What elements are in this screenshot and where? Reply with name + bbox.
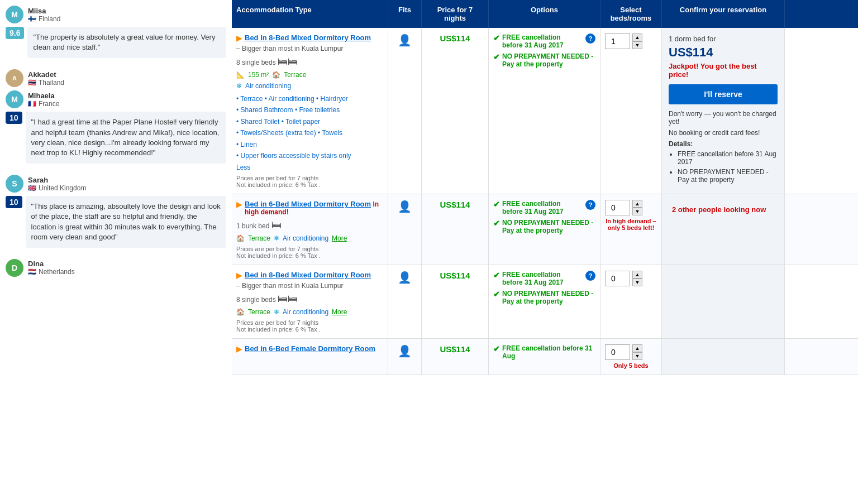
room-suffix-1: – Bigger than most in Kuala Lumpur <box>236 45 383 52</box>
ac-icon-1: ❄ <box>236 82 242 90</box>
bed-info-1: 8 single beds 🛏🛏 <box>236 56 383 68</box>
other-looking-2: 2 other people looking now <box>668 200 779 219</box>
options-cell-3: ✔ FREE cancellation before 31 Aug 2017 ?… <box>489 265 600 338</box>
terrace-label-2: Terrace <box>248 234 270 242</box>
room-title-2[interactable]: Bed in 6-Bed Mixed Dormitory Room <box>245 200 371 208</box>
bed-info-2: 1 bunk bed 🛏 <box>236 219 383 231</box>
room-title-4[interactable]: Bed in 6-Bed Female Dormitory Room <box>245 344 375 353</box>
spinner-2: ▲ ▼ <box>605 200 657 215</box>
check-icon-3b: ✔ <box>493 290 500 299</box>
terrace-icon-1: 🏠 <box>272 71 280 79</box>
reserve-button-1[interactable]: I'll reserve <box>669 84 778 104</box>
room-suffix-3: – Bigger than most in Kuala Lumpur <box>236 282 383 290</box>
avatar-dina: D <box>6 259 23 277</box>
info-icon-1a[interactable]: ? <box>585 33 595 44</box>
person-icon-3: 👤 <box>398 271 412 284</box>
price-note-1: Prices are per bed for 7 nightsNot inclu… <box>236 175 383 188</box>
spinner-up-1[interactable]: ▲ <box>632 33 642 41</box>
price-cell-2: US$114 <box>422 194 489 265</box>
room-title-link-3[interactable]: ▶ Bed in 8-Bed Mixed Dormitory Room <box>236 271 383 280</box>
table-row-4: ▶ Bed in 6-Bed Female Dormitory Room 👤 U… <box>232 339 858 375</box>
room-title-3[interactable]: Bed in 8-Bed Mixed Dormitory Room <box>245 271 371 279</box>
orange-arrow-2: ▶ <box>236 200 242 209</box>
table-header: Accommodation Type Fits Price for 7 nigh… <box>232 0 858 28</box>
more-link-3[interactable]: More <box>332 308 347 316</box>
price-value-4: US$114 <box>440 344 470 354</box>
quantity-input-3[interactable] <box>605 271 630 286</box>
room-title-1[interactable]: Bed in 8-Bed Mixed Dormitory Room <box>245 33 371 42</box>
reviewer-name-3: Mihaela <box>28 92 59 100</box>
table-row-1: ▶ Bed in 8-Bed Mixed Dormitory Room – Bi… <box>232 28 858 194</box>
more-link-2[interactable]: More <box>332 234 347 242</box>
reviewer-header-4: S Sarah 🇬🇧 United Kingdom <box>6 175 226 193</box>
details-list-1: FREE cancellation before 31 Aug 2017 NO … <box>669 150 778 184</box>
confirm-cell-3 <box>662 265 785 338</box>
info-icon-2a[interactable]: ? <box>585 200 595 210</box>
amenity-icons-1: 📐 155 m² 🏠 Terrace <box>236 71 383 79</box>
option-no-prepay-1: ✔ NO PREPAYMENT NEEDED - Pay at the prop… <box>493 52 595 68</box>
option-text-1a: FREE cancellation before 31 Aug 2017 <box>502 33 581 49</box>
header-confirm: Confirm your reservation <box>662 0 785 28</box>
info-icon-3a[interactable]: ? <box>585 271 595 281</box>
review-card-4: 10 "This place is amazing, absoultely lo… <box>6 196 226 253</box>
spinner-down-1[interactable]: ▼ <box>632 41 642 49</box>
detail-item-1a: FREE cancellation before 31 Aug 2017 <box>678 150 778 166</box>
room-type-cell-1: ▶ Bed in 8-Bed Mixed Dormitory Room – Bi… <box>232 28 388 194</box>
option-no-prepay-2: ✔ NO PREPAYMENT NEEDED - Pay at the prop… <box>493 219 595 234</box>
option-text-3b: NO PREPAYMENT NEEDED - Pay at the proper… <box>502 290 595 305</box>
demand-note-4: Only 5 beds <box>605 362 657 369</box>
option-text-2b: NO PREPAYMENT NEEDED - Pay at the proper… <box>502 219 595 234</box>
quantity-input-2[interactable] <box>605 200 630 215</box>
spinner-up-4[interactable]: ▲ <box>632 344 642 352</box>
select-cell-3: ▲ ▼ <box>600 265 662 338</box>
ac-label-2: Air conditioning <box>283 234 328 242</box>
no-fees-msg-1: No booking or credit card fees! <box>669 129 778 137</box>
option-text-1b: NO PREPAYMENT NEEDED - Pay at the proper… <box>502 52 595 68</box>
less-link-1[interactable]: Less <box>236 164 250 171</box>
person-icon-2: 👤 <box>398 200 412 213</box>
options-cell-2: ✔ FREE cancellation before 31 Aug 2017 ?… <box>489 194 600 265</box>
person-icon-1: 👤 <box>398 34 412 46</box>
fits-cell-2: 👤 <box>388 194 422 265</box>
spinner-up-2[interactable]: ▲ <box>632 200 642 208</box>
spinner-down-2[interactable]: ▼ <box>632 208 642 215</box>
details-section-1: Details: FREE cancellation before 31 Aug… <box>669 140 778 184</box>
header-options: Options <box>489 0 600 28</box>
fits-cell-3: 👤 <box>388 265 422 338</box>
score-badge-1: 9.6 <box>6 27 24 39</box>
score-badge-4: 10 <box>6 196 22 208</box>
option-text-2a: FREE cancellation before 31 Aug 2017 <box>502 200 581 215</box>
ac-label-1: Air conditioning <box>245 82 291 90</box>
flag-icon-3: 🇫🇷 <box>28 100 36 108</box>
terrace-label-1: Terrace <box>284 71 306 79</box>
confirm-price-1: US$114 <box>669 45 778 60</box>
spinner-down-4[interactable]: ▼ <box>632 352 642 360</box>
reviewer-country-2: 🇹🇭 Thailand <box>28 79 64 87</box>
room-title-link-2[interactable]: ▶ Bed in 6-Bed Mixed Dormitory Room In h… <box>236 200 383 216</box>
reviewer-country-1: 🇫🇮 Finland <box>28 15 60 23</box>
reviewer-country-5: 🇳🇱 Netherlands <box>28 268 75 276</box>
quantity-input-4[interactable] <box>605 344 630 360</box>
option-free-cancel-1: ✔ FREE cancellation before 31 Aug 2017 ? <box>493 33 595 49</box>
check-icon-2a: ✔ <box>493 200 500 209</box>
quantity-input-1[interactable] <box>605 33 630 49</box>
orange-arrow-3: ▶ <box>236 271 242 280</box>
ac-icon-row-1: ❄ Air conditioning <box>236 82 383 90</box>
avatar-akkadet: A <box>6 69 23 87</box>
fits-cell-4: 👤 <box>388 339 422 375</box>
review-card-1: 9.6 "The property is absolutely a great … <box>6 27 226 64</box>
avatar-mihaela: M <box>6 90 23 108</box>
room-title-link-1[interactable]: ▶ Bed in 8-Bed Mixed Dormitory Room <box>236 33 383 42</box>
spinner-down-3[interactable]: ▼ <box>632 279 642 286</box>
confirm-cell-2: 2 other people looking now <box>662 194 785 265</box>
room-type-cell-3: ▶ Bed in 8-Bed Mixed Dormitory Room – Bi… <box>232 265 388 338</box>
flag-icon-4: 🇬🇧 <box>28 184 36 192</box>
best-price-msg-1: Jackpot! You got the best price! <box>669 62 778 79</box>
room-title-link-4[interactable]: ▶ Bed in 6-Bed Female Dormitory Room <box>236 344 383 353</box>
ac-label-3: Air conditioning <box>283 308 328 316</box>
price-value-1: US$114 <box>440 33 470 43</box>
flag-icon-2: 🇹🇭 <box>28 79 36 87</box>
reviewer-name-2: Akkadet <box>28 70 64 79</box>
spinner-up-3[interactable]: ▲ <box>632 271 642 279</box>
confirm-cell-4 <box>662 339 785 375</box>
